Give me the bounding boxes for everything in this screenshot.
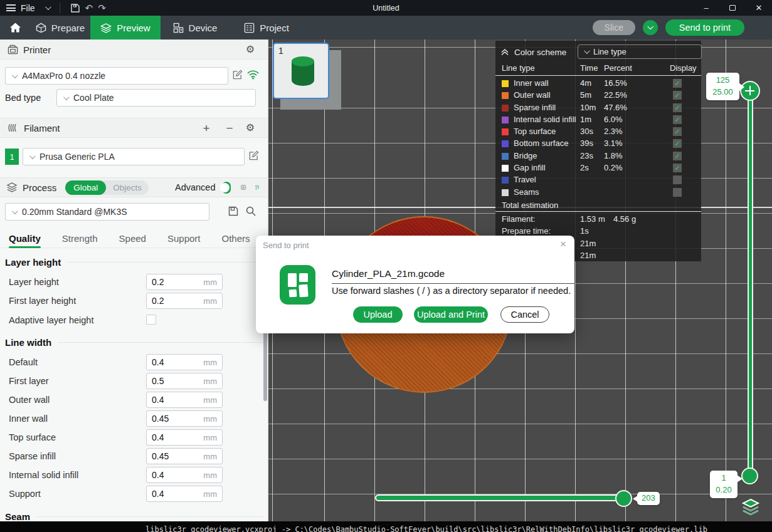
process-preset-dropdown[interactable]: 0.20mm Standard @MK3S <box>5 203 209 221</box>
view-mode-dropdown[interactable]: Line type <box>578 44 702 59</box>
dialog-close-icon[interactable]: × <box>560 238 566 251</box>
compare-presets-icon[interactable] <box>255 181 260 194</box>
display-checkbox[interactable]: ✓ <box>673 175 682 184</box>
total-row: Filament:1.53 m4.56 g <box>502 214 695 226</box>
layer-slider-bottom-handle[interactable] <box>741 467 758 484</box>
status-bar: libslic3r_gcodeviewer.vcxproj -> C:\Code… <box>0 521 772 532</box>
layer-slider-track[interactable] <box>748 91 753 476</box>
display-checkbox[interactable]: ✓ <box>673 91 682 100</box>
display-checkbox[interactable]: ✓ <box>673 127 682 136</box>
filename-input[interactable]: Cylinder_PLA_21m.gcode <box>332 268 574 284</box>
redo-icon[interactable]: ↷ <box>98 3 106 13</box>
outer-wall-width-input[interactable]: 0.4mm <box>146 392 223 408</box>
close-button[interactable]: ✕ <box>746 0 772 16</box>
bed-type-value: Cool Plate <box>73 93 114 103</box>
first-layer-width-input[interactable]: 0.5mm <box>146 373 223 389</box>
tab-others[interactable]: Others <box>222 229 250 248</box>
filament-edit-icon[interactable] <box>248 150 259 161</box>
tab-preview[interactable]: Preview <box>90 16 161 39</box>
legend-row: Sparse infill10m47.6%✓ <box>502 102 695 114</box>
home-button[interactable] <box>0 16 30 39</box>
global-segment[interactable]: Global <box>65 180 106 195</box>
divider <box>495 75 701 76</box>
undo-icon[interactable]: ↶ <box>85 3 93 13</box>
divider <box>60 3 60 13</box>
printer-host-logo <box>280 265 315 305</box>
tab-support[interactable]: Support <box>167 229 201 248</box>
global-objects-toggle[interactable]: Global Objects <box>65 180 149 195</box>
top-surface-width-input[interactable]: 0.4mm <box>146 429 223 446</box>
inner-wall-width-input[interactable]: 0.45mm <box>146 410 223 427</box>
display-checkbox[interactable]: ✓ <box>673 115 682 124</box>
send-to-print-button[interactable]: Send to print <box>665 19 744 36</box>
layer-top-tooltip: 12525.00 <box>706 73 739 100</box>
bottom-surface-swatch <box>502 140 509 147</box>
maximize-button[interactable] <box>719 0 746 16</box>
display-checkbox[interactable]: ✓ <box>673 164 682 172</box>
bed-type-label: Bed type <box>5 93 41 103</box>
tab-strength[interactable]: Strength <box>62 229 98 248</box>
display-checkbox[interactable]: ✓ <box>673 139 682 148</box>
move-slider-tooltip: 203 <box>637 492 660 505</box>
save-icon[interactable] <box>70 3 80 13</box>
plate-thumbnail[interactable]: 1 <box>273 43 329 99</box>
printer-edit-icon[interactable] <box>232 70 243 80</box>
objects-segment[interactable]: Objects <box>106 183 149 192</box>
send-button-label: Send to print <box>679 23 731 33</box>
search-icon[interactable] <box>245 206 256 217</box>
display-checkbox[interactable]: ✓ <box>673 103 682 112</box>
wifi-connection-icon[interactable] <box>247 70 259 80</box>
tab-speed[interactable]: Speed <box>119 229 146 248</box>
filament-slot-badge[interactable]: 1 <box>5 149 19 165</box>
minimize-button[interactable]: – <box>693 0 719 16</box>
first-layer-height-label: First layer height <box>9 296 76 306</box>
tab-quality[interactable]: Quality <box>9 229 41 248</box>
slice-button[interactable]: Slice <box>593 20 635 35</box>
advanced-toggle[interactable] <box>222 182 231 194</box>
tab-preview-label: Preview <box>117 23 150 33</box>
settings-panel: Printer ⚙ A4MaxPro 0.4 nozzle Bed type C… <box>0 39 268 521</box>
default-width-input[interactable]: 0.4mm <box>146 354 223 370</box>
filament-preset-dropdown[interactable]: Prusa Generic PLA <box>23 148 245 165</box>
process-section-header: Process Global Objects Advanced <box>0 177 268 197</box>
tooltip-arrow <box>633 496 638 502</box>
remove-filament-button[interactable]: − <box>226 122 233 134</box>
layer-height-input[interactable]: 0.2mm <box>146 274 223 290</box>
filament-settings-gear-icon[interactable]: ⚙ <box>246 123 255 133</box>
tab-device[interactable]: Device <box>161 16 230 39</box>
chevron-down-icon <box>45 4 51 10</box>
add-filament-button[interactable]: + <box>203 122 209 134</box>
internal-solid-infill-width-input[interactable]: 0.4mm <box>146 467 223 483</box>
device-icon <box>173 23 184 33</box>
unit-label: mm <box>203 489 217 499</box>
printer-settings-gear-icon[interactable]: ⚙ <box>246 44 255 55</box>
collapse-icon[interactable] <box>500 48 509 56</box>
printer-preset-dropdown[interactable]: A4MaxPro 0.4 nozzle <box>5 67 228 85</box>
upload-and-print-button[interactable]: Upload and Print <box>414 306 488 323</box>
filename-hint: Use forward slashes ( / ) as a directory… <box>332 286 571 296</box>
tab-prepare-label: Prepare <box>51 23 85 33</box>
tab-prepare[interactable]: Prepare <box>30 16 90 39</box>
display-checkbox[interactable]: ✓ <box>673 79 682 88</box>
first-layer-height-input[interactable]: 0.2mm <box>146 293 223 309</box>
support-width-label: Support <box>9 489 41 499</box>
adaptive-layer-height-checkbox[interactable] <box>146 315 156 325</box>
default-width-label: Default <box>9 357 38 367</box>
display-checkbox[interactable]: ✓ <box>673 152 682 160</box>
move-slider-handle[interactable] <box>615 490 632 507</box>
parameter-list-icon[interactable] <box>241 181 246 194</box>
display-checkbox[interactable]: ✓ <box>673 188 682 197</box>
upload-button[interactable]: Upload <box>353 306 403 323</box>
move-slider-track[interactable] <box>375 494 628 501</box>
layers-stack-icon[interactable] <box>741 498 760 516</box>
sparse-infill-width-input[interactable]: 0.45mm <box>146 448 223 464</box>
save-preset-icon[interactable] <box>228 206 239 217</box>
title-bar: File ↶ ↷ Untitled – ✕ <box>0 0 772 16</box>
send-options-button[interactable] <box>643 20 658 35</box>
support-width-input[interactable]: 0.4mm <box>146 486 223 502</box>
cancel-button[interactable]: Cancel <box>500 306 549 323</box>
outer-wall-swatch <box>502 92 509 99</box>
tab-project[interactable]: Project <box>230 16 304 39</box>
bed-type-dropdown[interactable]: Cool Plate <box>56 89 256 107</box>
file-menu[interactable]: File <box>0 3 56 13</box>
